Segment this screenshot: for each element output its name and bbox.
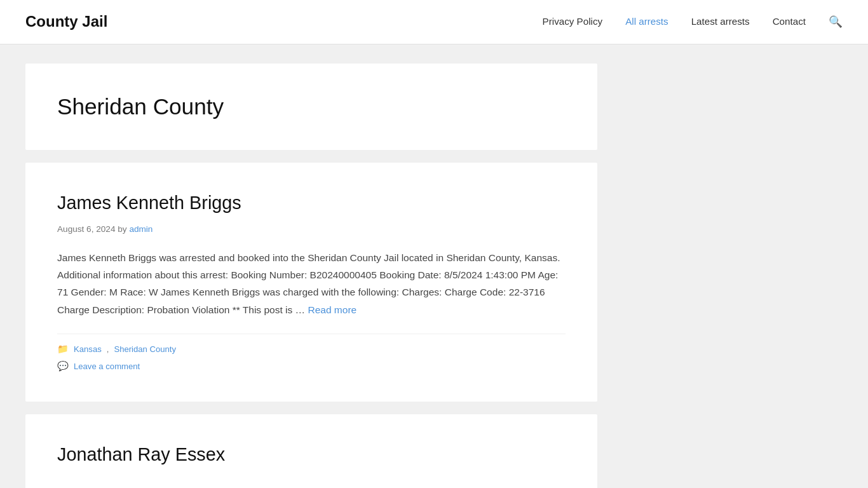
search-button[interactable]: 🔍 bbox=[829, 15, 843, 29]
search-icon: 🔍 bbox=[829, 15, 843, 29]
main-content: Sheridan County James Kenneth Briggs Aug… bbox=[0, 44, 868, 488]
article-excerpt: James Kenneth Briggs was arrested and bo… bbox=[57, 249, 566, 318]
article-author[interactable]: admin bbox=[129, 224, 153, 234]
site-logo[interactable]: County Jail bbox=[25, 10, 107, 34]
article-by: by bbox=[118, 224, 129, 234]
article-card-2: Jonathan Ray Essex bbox=[25, 414, 597, 488]
sidebar bbox=[616, 64, 794, 488]
leave-comment-link[interactable]: Leave a comment bbox=[74, 360, 140, 373]
comment-icon: 💬 bbox=[57, 359, 69, 374]
read-more-link[interactable]: Read more bbox=[308, 304, 356, 315]
article-footer: 📁 Kansas, Sheridan County 💬 Leave a comm… bbox=[57, 334, 566, 374]
category-sheridan[interactable]: Sheridan County bbox=[114, 342, 176, 356]
article-card: James Kenneth Briggs August 6, 2024 by a… bbox=[25, 163, 597, 401]
article-title[interactable]: James Kenneth Briggs bbox=[57, 188, 566, 217]
category-kansas[interactable]: Kansas bbox=[74, 342, 102, 356]
main-nav: Privacy Policy All arrests Latest arrest… bbox=[543, 14, 843, 29]
page-header: Sheridan County bbox=[25, 64, 597, 150]
article-meta: August 6, 2024 by admin bbox=[57, 222, 566, 236]
nav-contact[interactable]: Contact bbox=[773, 14, 806, 29]
nav-latest-arrests[interactable]: Latest arrests bbox=[691, 14, 750, 29]
nav-privacy-policy[interactable]: Privacy Policy bbox=[543, 14, 603, 29]
page-title: Sheridan County bbox=[57, 89, 566, 125]
comments-row: 💬 Leave a comment bbox=[57, 359, 566, 374]
article-date: August 6, 2024 bbox=[57, 224, 115, 234]
content-area: Sheridan County James Kenneth Briggs Aug… bbox=[25, 64, 597, 488]
article-title-2[interactable]: Jonathan Ray Essex bbox=[57, 440, 566, 469]
site-header: County Jail Privacy Policy All arrests L… bbox=[0, 0, 868, 44]
nav-all-arrests[interactable]: All arrests bbox=[625, 14, 668, 29]
folder-icon: 📁 bbox=[57, 342, 69, 356]
categories-row: 📁 Kansas, Sheridan County bbox=[57, 342, 566, 356]
